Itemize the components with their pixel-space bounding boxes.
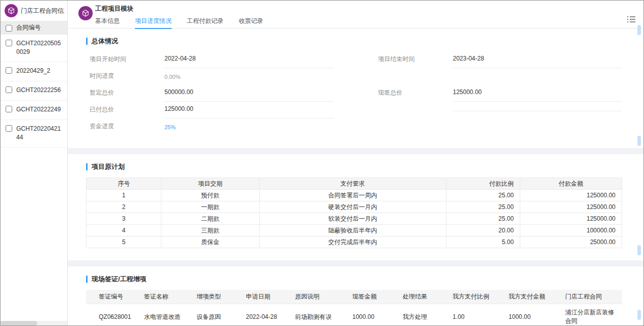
column-header: 现签金额 <box>347 290 398 304</box>
field-value: 0.00% <box>164 69 334 85</box>
tab-project-progress[interactable]: 项目进度情况 <box>135 17 172 29</box>
module-logo-icon <box>78 6 93 20</box>
app-window: 门店工程合同信息 合同编号 GCHT202205050029 20220429_… <box>0 0 644 326</box>
field-label: 资金进度 <box>90 119 164 131</box>
cell: 25.00 <box>446 201 520 213</box>
tab-receipt-records[interactable]: 收票记录 <box>239 17 263 29</box>
cell: 125000.00 <box>520 190 622 201</box>
contract-list-item[interactable]: GCHT202205050029 <box>1 35 67 62</box>
row-checkbox[interactable] <box>6 40 12 46</box>
cell: 25000.00 <box>520 236 622 248</box>
row-checkbox[interactable] <box>6 67 12 74</box>
cell: 4 <box>87 225 161 236</box>
column-header: 增项类型 <box>191 290 241 304</box>
cell: 1000.00 <box>347 304 398 326</box>
cell: 设备原因 <box>191 304 241 326</box>
select-all-checkbox[interactable] <box>6 25 12 32</box>
section-bar <box>86 38 88 45</box>
column-header: 序号 <box>87 178 161 190</box>
column-header: 门店工程合同 <box>560 290 622 304</box>
row-checkbox[interactable] <box>6 106 12 112</box>
scroll-indicator[interactable] <box>637 136 641 146</box>
scroll-indicator[interactable] <box>637 310 641 320</box>
scroll-indicator[interactable] <box>637 25 641 35</box>
field-signed-total: 现签总价 125000.00 <box>375 85 623 102</box>
scrollbar-thumb[interactable] <box>1 321 37 325</box>
cell: 2022-04-28 <box>241 304 290 326</box>
cell: 预付款 <box>161 190 260 201</box>
column-header: 原因说明 <box>290 290 347 304</box>
cell: 二期款 <box>161 213 260 225</box>
contract-list-item[interactable]: GCHT20222256 <box>1 81 67 101</box>
table-row: 5 质保金 交付完成后半年内 5.00 25000.00 <box>87 236 622 248</box>
column-header: 签证名称 <box>139 290 191 304</box>
cell: 125000.00 <box>520 213 622 225</box>
visa-section: 现场签证/工程增项 签证编号 签证名称 增项类型 申请日期 原因说明 现签金额 … <box>68 266 643 325</box>
sidebar-title: 门店工程合同信息 <box>21 7 64 15</box>
field-paid-total: 已付总价 125000.00 <box>86 102 334 119</box>
field-fund-progress: 资金进度 25% <box>86 119 334 136</box>
main-area: 工程项目模块 基本信息 项目进度情况 工程付款记录 收票记录 总体情况 <box>68 1 643 325</box>
empty-field <box>375 119 623 136</box>
tab-payment-records[interactable]: 工程付款记录 <box>187 17 223 29</box>
contract-number: GCHT20222249 <box>16 105 61 114</box>
cell: 2 <box>87 201 161 213</box>
table-row: 3 二期款 软装交付后一月内 25.00 125000.00 <box>87 213 622 225</box>
field-label: 项目开始时间 <box>90 52 164 64</box>
field-label: 时间进度 <box>90 69 164 80</box>
cell: 隐蔽验收后半年内 <box>259 225 446 236</box>
cell: 三期款 <box>161 225 260 236</box>
cell: 3 <box>87 213 161 225</box>
column-header: 我方支付金额 <box>503 290 560 304</box>
scroll-indicator[interactable] <box>637 245 641 255</box>
cell: 合同签署后一周内 <box>259 190 446 201</box>
contract-list-header: 合同编号 <box>1 21 67 35</box>
column-header: 处理结果 <box>398 290 447 304</box>
plan-section: 项目原计划 序号 项目交期 支付要求 付款比例 付款金额 <box>68 154 643 260</box>
contract-list-item[interactable]: 20220429_2 <box>1 62 67 81</box>
field-label: 现签总价 <box>378 85 453 97</box>
cell: 我方处理 <box>398 304 447 326</box>
column-header: 付款金额 <box>520 178 622 190</box>
time-progress-text: 0.00% <box>164 74 334 80</box>
section-bar <box>86 276 88 283</box>
column-header: 申请日期 <box>241 290 290 304</box>
tab-bar: 基本信息 项目进度情况 工程付款记录 收票记录 <box>95 17 643 29</box>
list-menu-icon[interactable] <box>627 16 635 24</box>
cell: QZ0628001 <box>86 304 139 326</box>
sidebar-horizontal-scrollbar[interactable] <box>1 321 67 325</box>
page-title: 工程项目模块 <box>95 5 643 13</box>
empty-field <box>375 69 623 85</box>
section-title-visa: 现场签证/工程增项 <box>86 275 622 284</box>
cell: 25.00 <box>446 190 520 201</box>
table-row: 4 三期款 隐蔽验收后半年内 20.00 100000.00 <box>87 225 622 236</box>
cell: 1 <box>87 190 161 201</box>
cell: 5 <box>87 236 161 248</box>
section-title-text: 项目原计划 <box>92 162 125 171</box>
overall-form: 项目开始时间 2022-04-28 项目结束时间 2023-04-28 时间进度… <box>86 52 622 136</box>
sidebar-header: 门店工程合同信息 <box>1 1 67 21</box>
field-label: 项目结束时间 <box>378 52 453 64</box>
contract-number: GCHT202205050029 <box>16 39 62 57</box>
field-tentative-total: 暂定总价 500000.00 <box>86 85 334 102</box>
contract-list-item[interactable]: GCHT2022042144 <box>1 120 67 147</box>
cell: 25.00 <box>446 213 520 225</box>
cell: 20.00 <box>446 225 520 236</box>
column-header: 签证编号 <box>86 290 139 304</box>
table-row: QZ0628001 水电管道改造 设备原因 2022-04-28 前场勘测有误 … <box>86 304 622 326</box>
section-title-overall: 总体情况 <box>86 37 622 46</box>
row-checkbox[interactable] <box>6 86 12 93</box>
cell: 交付完成后半年内 <box>259 236 446 248</box>
section-title-text: 现场签证/工程增项 <box>92 275 147 284</box>
table-row: 1 预付款 合同签署后一周内 25.00 125000.00 <box>87 190 622 201</box>
section-title-text: 总体情况 <box>92 37 118 46</box>
cell: 浦江分店新店装修合同 <box>560 304 622 326</box>
section-bar <box>86 163 88 170</box>
content-area: 总体情况 项目开始时间 2022-04-28 项目结束时间 2023-04-28… <box>68 28 643 325</box>
cell: 软装交付后一月内 <box>259 213 446 225</box>
field-value: 500000.00 <box>164 85 334 102</box>
cell: 前场勘测有误 <box>290 304 347 326</box>
tab-basic-info[interactable]: 基本信息 <box>95 17 120 29</box>
row-checkbox[interactable] <box>6 125 12 132</box>
contract-list-item[interactable]: GCHT20222249 <box>1 101 67 120</box>
